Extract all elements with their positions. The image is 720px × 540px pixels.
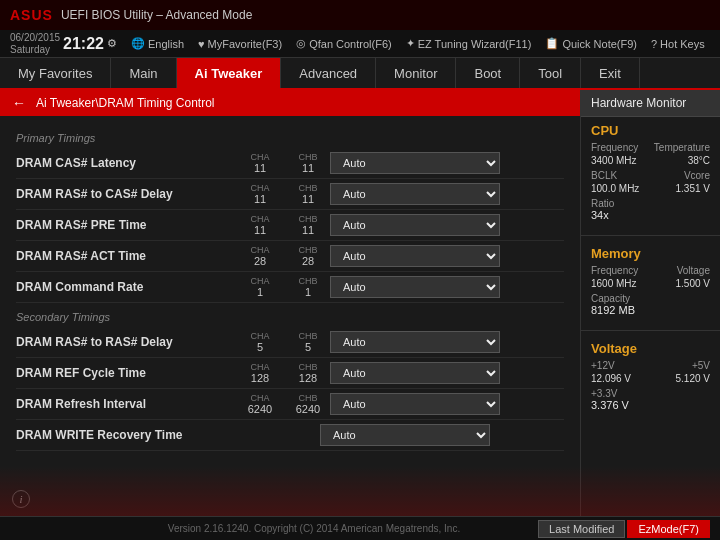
hw-key: Vcore: [684, 170, 710, 181]
cpu-vcore: 1.351 V: [676, 183, 710, 194]
timing-dropdown[interactable]: Auto: [330, 152, 500, 174]
datetime-block: 06/20/2015 Saturday 21:22 ⚙: [10, 32, 117, 56]
hw-row: BCLK Vcore: [591, 170, 710, 181]
hw-key: +12V: [591, 360, 615, 371]
language-label: English: [148, 38, 184, 50]
nav-my-favorites[interactable]: My Favorites: [0, 58, 111, 88]
timing-values: CHA 11 CHB 11: [246, 214, 322, 236]
favorites-item[interactable]: ♥ MyFavorite(F3): [198, 38, 282, 50]
nav-monitor[interactable]: Monitor: [376, 58, 456, 88]
hw-row: Frequency Voltage: [591, 265, 710, 276]
nav-ai-tweaker[interactable]: Ai Tweaker: [177, 58, 282, 88]
hotkeys-item[interactable]: ? Hot Keys: [651, 38, 705, 50]
row-label: DRAM RAS# to CAS# Delay: [16, 187, 246, 201]
hw-key: Frequency: [591, 142, 638, 153]
timing-values: CHA 11 CHB 11: [246, 183, 322, 205]
row-label: DRAM WRITE Recovery Time: [16, 428, 246, 442]
table-row: DRAM RAS# to RAS# Delay CHA 5 CHB 5 Auto: [16, 327, 564, 358]
top-bar: ASUS UEFI BIOS Utility – Advanced Mode: [0, 0, 720, 30]
wand-icon: ✦: [406, 37, 415, 50]
breadcrumb-path: Ai Tweaker\DRAM Timing Control: [36, 96, 215, 110]
nav-advanced[interactable]: Advanced: [281, 58, 376, 88]
nav-exit[interactable]: Exit: [581, 58, 640, 88]
hw-key: Frequency: [591, 265, 638, 276]
timing-values: CHA 128 CHB 128: [246, 362, 322, 384]
qfan-item[interactable]: ◎ Qfan Control(F6): [296, 37, 392, 50]
row-label: DRAM CAS# Latency: [16, 156, 246, 170]
memory-capacity: 8192 MB: [591, 304, 710, 316]
top-title: UEFI BIOS Utility – Advanced Mode: [61, 8, 252, 22]
hw-key: Voltage: [677, 265, 710, 276]
timing-dropdown[interactable]: Auto: [330, 183, 500, 205]
table-row: DRAM Command Rate CHA 1 CHB 1 Auto: [16, 272, 564, 303]
quicknote-label: Quick Note(F9): [562, 38, 637, 50]
timing-dropdown[interactable]: Auto: [330, 362, 500, 384]
row-label: DRAM RAS# PRE Time: [16, 218, 246, 232]
nav-tool[interactable]: Tool: [520, 58, 581, 88]
memory-title: Memory: [591, 246, 710, 261]
timing-dropdown[interactable]: Auto: [320, 424, 490, 446]
hw-key: BCLK: [591, 170, 617, 181]
date: 06/20/2015: [10, 32, 60, 44]
voltage-33v: 3.376 V: [591, 399, 710, 411]
table-row: DRAM Refresh Interval CHA 6240 CHB 6240 …: [16, 389, 564, 420]
timing-values: CHA 28 CHB 28: [246, 245, 322, 267]
nav-main[interactable]: Main: [111, 58, 176, 88]
ezmode-button[interactable]: EzMode(F7): [627, 520, 710, 538]
cpu-temperature: 38°C: [688, 155, 710, 166]
timing-dropdown[interactable]: Auto: [330, 276, 500, 298]
hw-row: Frequency Temperature: [591, 142, 710, 153]
voltage-section: Voltage +12V +5V 12.096 V 5.120 V +3.3V …: [581, 335, 720, 421]
memory-section: Memory Frequency Voltage 1600 MHz 1.500 …: [581, 240, 720, 326]
bottom-bar: Version 2.16.1240. Copyright (C) 2014 Am…: [0, 516, 720, 540]
table-row: DRAM CAS# Latency CHA 11 CHB 11 Auto: [16, 148, 564, 179]
hw-key: Capacity: [591, 293, 710, 304]
memory-voltage: 1.500 V: [676, 278, 710, 289]
table-row: DRAM RAS# PRE Time CHA 11 CHB 11 Auto: [16, 210, 564, 241]
heart-icon: ♥: [198, 38, 205, 50]
last-modified-button[interactable]: Last Modified: [538, 520, 625, 538]
info-bar: 06/20/2015 Saturday 21:22 ⚙ 🌐 English ♥ …: [0, 30, 720, 58]
nav-boot[interactable]: Boot: [456, 58, 520, 88]
table-row: DRAM RAS# to CAS# Delay CHA 11 CHB 11 Au…: [16, 179, 564, 210]
settings-icon[interactable]: ⚙: [107, 37, 117, 50]
timing-dropdown[interactable]: Auto: [330, 331, 500, 353]
row-label: DRAM RAS# ACT Time: [16, 249, 246, 263]
main-layout: ← Ai Tweaker\DRAM Timing Control Primary…: [0, 90, 720, 516]
bottom-right-buttons: Last Modified EzMode(F7): [538, 520, 710, 538]
time: 21:22: [63, 35, 104, 53]
hw-row: 12.096 V 5.120 V: [591, 373, 710, 384]
timing-dropdown[interactable]: Auto: [330, 245, 500, 267]
eztuning-label: EZ Tuning Wizard(F11): [418, 38, 532, 50]
voltage-5v: 5.120 V: [676, 373, 710, 384]
row-label: DRAM REF Cycle Time: [16, 366, 246, 380]
row-label: DRAM RAS# to RAS# Delay: [16, 335, 246, 349]
cpu-ratio: 34x: [591, 209, 710, 221]
timing-values: CHA 1 CHB 1: [246, 276, 322, 298]
quicknote-item[interactable]: 📋 Quick Note(F9): [545, 37, 637, 50]
nav-bar: My Favorites Main Ai Tweaker Advanced Mo…: [0, 58, 720, 90]
info-icon[interactable]: i: [12, 490, 30, 508]
cpu-section: CPU Frequency Temperature 3400 MHz 38°C …: [581, 117, 720, 231]
hw-row: +12V +5V: [591, 360, 710, 371]
timing-values: CHA 5 CHB 5: [246, 331, 322, 353]
row-label: DRAM Refresh Interval: [16, 397, 246, 411]
back-arrow-icon[interactable]: ←: [12, 95, 26, 111]
language-item[interactable]: 🌐 English: [131, 37, 184, 50]
timing-dropdown[interactable]: Auto: [330, 393, 500, 415]
cpu-frequency: 3400 MHz: [591, 155, 637, 166]
keyboard-icon: ?: [651, 38, 657, 50]
voltage-12v: 12.096 V: [591, 373, 631, 384]
memory-frequency: 1600 MHz: [591, 278, 637, 289]
hw-row: 1600 MHz 1.500 V: [591, 278, 710, 289]
hw-row: 3400 MHz 38°C: [591, 155, 710, 166]
primary-timings-header: Primary Timings: [16, 132, 564, 144]
hw-key: Temperature: [654, 142, 710, 153]
timing-dropdown[interactable]: Auto: [330, 214, 500, 236]
secondary-timings-header: Secondary Timings: [16, 311, 564, 323]
timing-values: CHA 6240 CHB 6240: [246, 393, 322, 415]
table-row: DRAM RAS# ACT Time CHA 28 CHB 28 Auto: [16, 241, 564, 272]
asus-logo: ASUS: [10, 7, 53, 23]
eztuning-item[interactable]: ✦ EZ Tuning Wizard(F11): [406, 37, 532, 50]
globe-icon: 🌐: [131, 37, 145, 50]
